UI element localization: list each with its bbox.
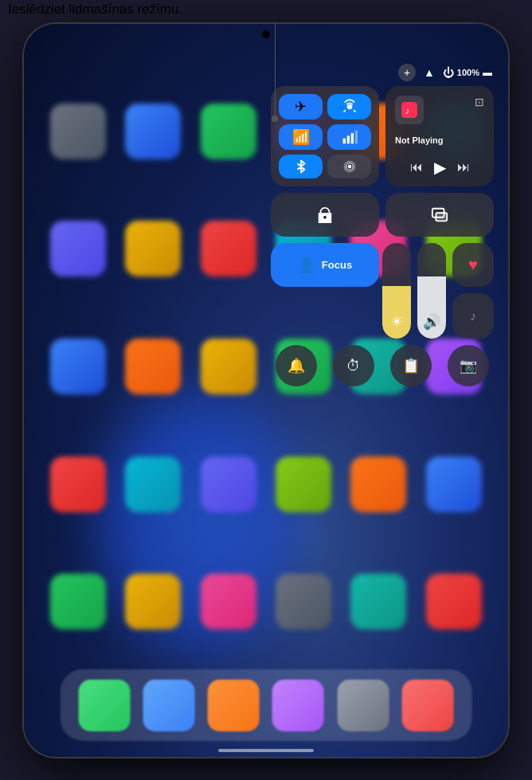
dock [61,669,472,741]
battery-area: ⏻ 100% ▬ [443,66,492,79]
list-item [201,104,256,159]
list-item [350,574,406,629]
music-app-icon: ♪ [401,102,417,118]
list-item [201,339,256,394]
list-item[interactable] [79,680,131,731]
list-item [125,104,181,159]
now-playing-heart-button[interactable]: ♥ [452,243,494,287]
timer-icon: ⏱ [346,358,361,374]
cellular-button[interactable] [327,124,371,150]
hotspot-icon [342,159,357,174]
cc-main-panel: ✈ 📶 [271,86,494,186]
svg-point-0 [346,104,352,110]
list-item[interactable] [272,680,324,731]
ipad-frame: + ▲ ⏻ 100% ▬ ✈ [24,24,508,757]
list-item [50,457,106,512]
annotation-text: Ieslēdziet lidmašīnas režīmu. [8,2,182,18]
list-item [426,457,482,512]
camera-notch [262,30,270,38]
battery-bar-icon: ▬ [483,67,492,78]
bluetooth-button[interactable] [279,155,323,178]
wifi-icon: 📶 [292,130,310,144]
focus-person-icon: 👤 [298,257,315,274]
add-control-button[interactable]: + [398,64,416,81]
cellular-icon [342,129,358,145]
airplane-mode-button[interactable]: ✈ [279,94,323,120]
camera-button[interactable]: 📷 [448,345,489,386]
svg-rect-8 [401,102,417,118]
media-player-block: ♪ ⊡ Not Playing ⏮ ▶ ⏭ [385,86,494,186]
svg-rect-1 [342,139,345,144]
airplay-button[interactable]: ⊡ [475,96,484,108]
home-screen: + ▲ ⏻ 100% ▬ ✈ [24,24,508,757]
camera-icon: 📷 [460,357,477,374]
focus-button[interactable]: 👤 Focus [271,243,379,287]
list-item[interactable] [208,680,260,731]
svg-point-5 [347,165,351,169]
list-item [201,457,256,512]
list-item [350,457,406,512]
screen-mirror-button[interactable] [385,193,494,237]
control-center-status-row: + ▲ ⏻ 100% ▬ [271,64,494,81]
cc-sliders-row: ☀ 🔊 ♥ ♪ [382,243,494,339]
orientation-lock-icon [316,206,334,224]
list-item [50,339,106,394]
list-item [50,221,106,276]
timer-button[interactable]: ⏱ [333,345,374,386]
cc-row2 [271,193,494,237]
bluetooth-icon [294,159,308,174]
screen-mirror-icon [431,206,448,224]
play-pause-button[interactable]: ▶ [434,158,446,177]
text-size-button[interactable]: 📋 [390,345,432,386]
volume-icon: 🔊 [423,313,440,331]
svg-rect-4 [354,131,357,144]
svg-rect-3 [350,133,353,143]
list-item[interactable] [143,680,195,731]
media-controls: ⏮ ▶ ⏭ [395,158,484,177]
volume-slider[interactable]: 🔊 [417,243,446,339]
heart-icon: ♥ [468,256,478,274]
airdrop-button[interactable] [327,94,371,120]
list-item [125,221,181,276]
previous-track-button[interactable]: ⏮ [410,160,423,174]
personal-hotspot-button[interactable] [327,155,371,178]
silent-mode-button[interactable]: 🔔 [276,345,317,386]
connectivity-block: ✈ 📶 [271,86,379,186]
cc-right-buttons: ♥ ♪ [452,243,494,339]
focus-label: Focus [322,259,352,271]
brightness-fill [382,286,411,339]
next-track-button[interactable]: ⏭ [457,160,470,174]
battery-label: 100% [457,68,479,77]
svg-rect-2 [346,135,349,143]
list-item [125,339,181,394]
cc-bottom-row: 🔔 ⏱ 📋 📷 [271,345,494,386]
list-item [201,574,256,629]
list-item [125,574,181,629]
home-indicator[interactable] [218,749,314,752]
airplane-icon: ✈ [295,100,307,114]
now-playing-music-button[interactable]: ♪ [452,293,494,339]
list-item [201,221,256,276]
wifi-status-icon: ▲ [424,66,435,79]
list-item [276,457,331,512]
list-item[interactable] [337,680,389,731]
list-item [50,574,106,629]
plus-icon: + [404,66,410,79]
text-size-icon: 📋 [402,357,420,374]
wifi-button[interactable]: 📶 [279,124,323,150]
svg-text:♪: ♪ [405,105,409,116]
list-item [125,457,181,512]
media-artwork: ♪ [395,96,424,124]
list-item [276,574,331,629]
orientation-lock-button[interactable] [271,193,379,237]
svg-rect-12 [436,213,447,221]
music-note-icon: ♪ [470,309,476,323]
list-item[interactable] [401,680,453,731]
list-item [50,104,106,159]
media-player-top: ♪ ⊡ [395,96,484,124]
control-center: + ▲ ⏻ 100% ▬ ✈ [271,64,494,386]
list-item [426,574,482,629]
media-title: Not Playing [395,135,484,145]
brightness-slider[interactable]: ☀ [382,243,411,339]
sun-icon: ☀ [390,313,403,331]
